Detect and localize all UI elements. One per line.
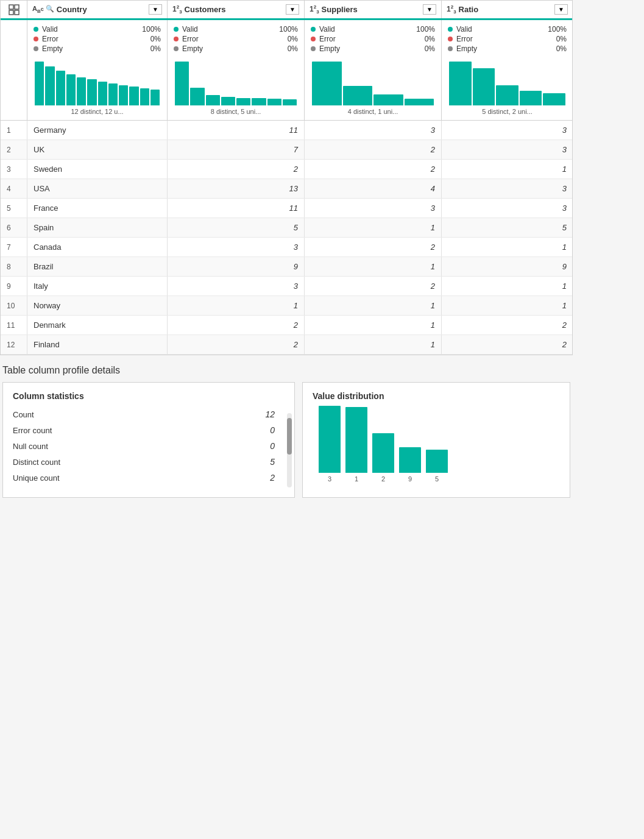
dist-bar: [345, 407, 367, 473]
stat-label: Distinct count: [13, 458, 270, 467]
col-stat-row: Unique count 2: [13, 473, 285, 483]
stat-label: Error count: [13, 426, 270, 435]
grid-icon: [9, 4, 19, 15]
table-row: 5 France 11 3 3: [1, 199, 572, 218]
country-cell: Norway: [27, 296, 168, 315]
row-index: 9: [1, 277, 27, 296]
country-cell: Spain: [27, 218, 168, 237]
ratio-stats: Valid100% Error0% Empty0% 5 distinct, 2 …: [442, 20, 573, 120]
row-index: 2: [1, 140, 27, 159]
ratio-dropdown-btn[interactable]: ▼: [554, 4, 568, 15]
mini-bar: [190, 88, 204, 105]
mini-bar: [343, 86, 373, 105]
suppliers-cell: 1: [305, 257, 442, 276]
col-stats-items: Count 12 Error count 0 Null count 0 Dist…: [13, 409, 285, 483]
ratio-cell: 2: [442, 335, 573, 354]
table-row: 11 Denmark 2 1 2: [1, 316, 572, 335]
stats-index: [1, 20, 27, 120]
table-row: 7 Canada 3 2 1: [1, 238, 572, 257]
dist-bar-label: 1: [355, 475, 358, 483]
dist-bar-label: 9: [408, 475, 412, 483]
country-cell: Brazil: [27, 257, 168, 276]
suppliers-col-header: 123 Suppliers ▼: [305, 1, 442, 18]
mini-bar: [267, 99, 281, 105]
ratio-cell: 1: [442, 296, 573, 315]
error-pct-country: 0%: [150, 35, 161, 43]
col-stat-row: Null count 0: [13, 441, 285, 451]
profile-panels: Column statistics Count 12 Error count 0…: [0, 382, 573, 498]
ratio-cell: 3: [442, 121, 573, 140]
profile-title: Table column profile details: [0, 365, 573, 382]
suppliers-cell: 2: [305, 140, 442, 159]
suppliers-cell: 3: [305, 121, 442, 140]
dist-bar-wrap: 3: [319, 406, 341, 483]
123-suppliers-icon: 123: [310, 4, 319, 15]
stat-value: 5: [270, 457, 275, 467]
customers-mini-chart: [174, 57, 298, 105]
dist-bar-label: 5: [435, 475, 439, 483]
ratio-cell: 1: [442, 160, 573, 179]
abc-icon: ABc 🔍: [32, 5, 54, 14]
dist-bar: [426, 450, 448, 473]
country-dropdown-btn[interactable]: ▼: [149, 4, 162, 15]
mini-bar: [87, 79, 96, 105]
index-col-header: [1, 1, 27, 18]
country-cell: UK: [27, 140, 168, 159]
customers-cell: 2: [168, 335, 305, 354]
empty-dot-ratio: [448, 46, 453, 51]
table-row: 4 USA 13 4 3: [1, 179, 572, 199]
stat-value: 0: [270, 441, 275, 451]
mini-bar: [206, 95, 220, 105]
data-rows-container: 1 Germany 11 3 3 2 UK 7 2 3 3 Sweden 2 2…: [1, 121, 572, 355]
col-stats-heading: Column statistics: [13, 391, 285, 401]
row-index: 6: [1, 218, 27, 237]
stat-label: Unique count: [13, 473, 270, 483]
mini-bar: [140, 88, 149, 105]
customers-cell: 2: [168, 316, 305, 335]
country-cell: Sweden: [27, 160, 168, 179]
row-index: 12: [1, 335, 27, 354]
123-customers-icon: 123: [172, 4, 182, 15]
svg-rect-2: [9, 10, 13, 15]
dist-bar-label: 3: [328, 475, 331, 483]
stat-value: 12: [265, 409, 275, 419]
scrollbar-track[interactable]: [287, 413, 292, 487]
mini-bar: [283, 99, 297, 105]
mini-bar: [405, 99, 434, 105]
dist-bar: [372, 433, 394, 473]
ratio-col-header: 123 Ratio ▼: [442, 1, 573, 18]
country-col-header: ABc 🔍 Country ▼: [27, 1, 168, 18]
stat-label: Null count: [13, 442, 270, 451]
mini-bar: [150, 90, 160, 105]
mini-bar: [45, 66, 54, 105]
scrollbar-thumb[interactable]: [287, 418, 292, 455]
ratio-cell: 9: [442, 257, 573, 276]
customers-dropdown-btn[interactable]: ▼: [286, 4, 299, 15]
country-cell: Germany: [27, 121, 168, 140]
row-index: 4: [1, 179, 27, 198]
mini-bar: [236, 98, 250, 105]
valid-pct-country: 100%: [142, 25, 161, 34]
col-stat-row: Error count 0: [13, 425, 285, 435]
suppliers-dropdown-btn[interactable]: ▼: [423, 4, 436, 15]
mini-bar: [129, 87, 138, 105]
country-chart-footer: 12 distinct, 12 u...: [34, 108, 161, 115]
profile-section: Table column profile details Column stat…: [0, 355, 573, 498]
ratio-cell: 3: [442, 179, 573, 198]
valid-dot-country: [34, 27, 38, 32]
dist-bar-label: 2: [381, 475, 385, 483]
table-row: 8 Brazil 9 1 9: [1, 257, 572, 277]
suppliers-cell: 2: [305, 160, 442, 179]
country-cell: Finland: [27, 335, 168, 354]
customers-cell: 11: [168, 121, 305, 140]
suppliers-chart-footer: 4 distinct, 1 uni...: [311, 108, 435, 115]
ratio-mini-chart: [448, 57, 567, 105]
row-index: 10: [1, 296, 27, 315]
mini-bar: [98, 82, 107, 105]
customers-cell: 3: [168, 238, 305, 257]
row-index: 7: [1, 238, 27, 257]
row-index: 3: [1, 160, 27, 179]
mini-bar: [543, 93, 565, 105]
val-dist-heading: Value distribution: [313, 391, 560, 401]
customers-cell: 9: [168, 257, 305, 276]
